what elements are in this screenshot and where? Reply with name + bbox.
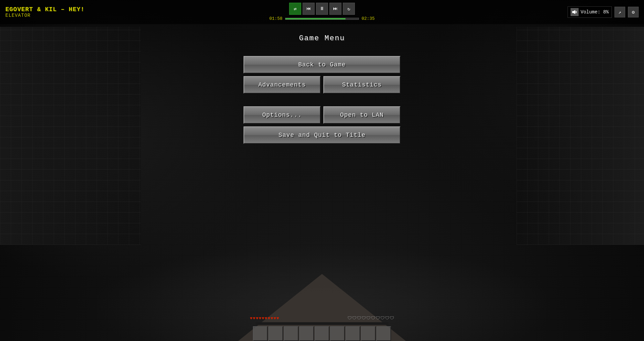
song-subtitle: ELEVATOR: [5, 13, 85, 18]
options-button[interactable]: Options...: [244, 106, 321, 124]
armor-10: 🛡: [390, 316, 394, 321]
hotbar-slot-4[interactable]: [299, 326, 314, 341]
armor-9: 🛡: [385, 316, 389, 321]
open-to-lan-button[interactable]: Open to LAN: [323, 106, 400, 124]
settings-button[interactable]: ⚙: [628, 7, 639, 17]
share-button[interactable]: ↗: [614, 7, 625, 17]
heart-4: ♥: [259, 316, 261, 321]
svg-marker-1: [574, 10, 575, 14]
song-info: EGOVERT & KIL – HEY! ELEVATOR: [5, 6, 85, 18]
heart-7: ♥: [268, 316, 270, 321]
next-button[interactable]: ⏭: [329, 3, 341, 15]
heart-10: ♥: [276, 316, 279, 321]
pause-button[interactable]: ⏸: [316, 3, 328, 15]
armor-5: 🛡: [366, 316, 371, 321]
armor-3: 🛡: [357, 316, 361, 321]
song-title: EGOVERT & KIL – HEY!: [5, 6, 85, 13]
back-to-game-button[interactable]: Back to Game: [244, 56, 400, 73]
prev-button[interactable]: ⏮: [303, 3, 315, 15]
main-content: Game Menu Back to Game Advancements Stat…: [0, 24, 644, 341]
top-right-controls: Volume: 8% ↗ ⚙: [568, 6, 639, 18]
hotbar-area: ♥ ♥ ♥ ♥ ♥ ♥ ♥ ♥ ♥ ♥ 🛡 🛡 🛡 🛡 🛡 🛡 🛡 🛡 🛡 🛡: [250, 316, 394, 341]
armor-1: 🛡: [347, 316, 352, 321]
hearts-group: ♥ ♥ ♥ ♥ ♥ ♥ ♥ ♥ ♥ ♥: [250, 316, 279, 321]
advancements-statistics-row: Advancements Statistics: [244, 76, 400, 94]
volume-text: Volume: 8%: [581, 9, 609, 15]
heart-5: ♥: [262, 316, 264, 321]
hotbar-slot-5[interactable]: [315, 326, 329, 341]
game-menu-title: Game Menu: [299, 34, 345, 43]
statistics-button[interactable]: Statistics: [323, 76, 400, 94]
status-row: ♥ ♥ ♥ ♥ ♥ ♥ ♥ ♥ ♥ ♥ 🛡 🛡 🛡 🛡 🛡 🛡 🛡 🛡 🛡 🛡: [250, 316, 394, 321]
heart-1: ♥: [250, 316, 253, 321]
hotbar-slot-8[interactable]: [361, 326, 376, 341]
hotbar-slot-3[interactable]: [284, 326, 299, 341]
armor-2: 🛡: [352, 316, 357, 321]
refresh-button[interactable]: ↻: [343, 3, 355, 15]
heart-6: ♥: [265, 316, 267, 321]
volume-container: Volume: 8%: [568, 6, 612, 18]
hotbar-slot-7[interactable]: [345, 326, 360, 341]
xp-bar: [256, 322, 388, 325]
progress-bar-fill: [285, 18, 345, 19]
hotbar-slot-6[interactable]: [330, 326, 345, 341]
hotbar-slot-2[interactable]: [268, 326, 283, 341]
heart-3: ♥: [256, 316, 259, 321]
heart-2: ♥: [253, 316, 256, 321]
time-total: 02:35: [362, 16, 375, 21]
progress-bar[interactable]: [285, 18, 359, 20]
hotbar-slot-9[interactable]: [376, 326, 391, 341]
player-controls: ⇄ ⏮ ⏸ ⏭ ↻: [289, 3, 355, 15]
hotbar: [253, 326, 391, 341]
volume-icon: [571, 8, 579, 16]
advancements-button[interactable]: Advancements: [244, 76, 321, 94]
time-elapsed: 01:58: [269, 16, 282, 21]
music-player: ⇄ ⏮ ⏸ ⏭ ↻ 01:58 02:35: [269, 3, 375, 21]
armor-4: 🛡: [362, 316, 366, 321]
armor-7: 🛡: [376, 316, 380, 321]
shuffle-button[interactable]: ⇄: [289, 3, 301, 15]
armor-group: 🛡 🛡 🛡 🛡 🛡 🛡 🛡 🛡 🛡 🛡: [347, 316, 394, 321]
top-bar: EGOVERT & KIL – HEY! ELEVATOR ⇄ ⏮ ⏸ ⏭ ↻ …: [0, 0, 644, 24]
heart-8: ♥: [271, 316, 273, 321]
save-and-quit-button[interactable]: Save and Quit to Title: [244, 126, 400, 144]
svg-rect-0: [572, 11, 574, 13]
progress-container: 01:58 02:35: [269, 16, 375, 21]
heart-9: ♥: [274, 316, 276, 321]
armor-6: 🛡: [371, 316, 375, 321]
armor-8: 🛡: [380, 316, 385, 321]
hotbar-slot-1[interactable]: [253, 326, 268, 341]
options-lan-row: Options... Open to LAN: [244, 106, 400, 124]
